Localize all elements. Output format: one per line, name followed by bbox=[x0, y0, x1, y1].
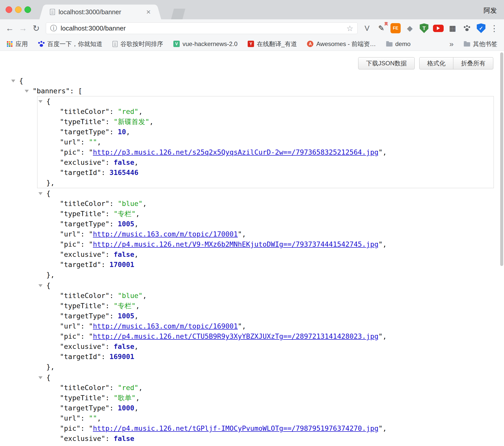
json-value: " bbox=[379, 424, 383, 432]
json-value: { bbox=[46, 97, 50, 105]
json-value: " bbox=[89, 148, 93, 156]
json-value: , bbox=[134, 343, 138, 350]
json-line: "titleColor": "blue", bbox=[37, 291, 494, 301]
json-value: : bbox=[109, 220, 118, 228]
json-value: }, bbox=[46, 363, 55, 371]
minimize-window-button[interactable] bbox=[15, 6, 22, 13]
download-json-button[interactable]: 下载JSON数据 bbox=[358, 57, 415, 69]
json-value: false bbox=[114, 343, 134, 350]
bookmark-item[interactable]: demo bbox=[386, 40, 411, 48]
fe-extension-icon[interactable]: FE bbox=[390, 22, 401, 34]
json-line: { bbox=[37, 96, 494, 107]
json-line: "targetId": 170001 bbox=[37, 260, 494, 270]
bookmark-item[interactable]: 应用 bbox=[7, 40, 28, 48]
json-value: " bbox=[89, 424, 93, 432]
json-url-link[interactable]: http://music.163.com/m/topic/170001 bbox=[93, 230, 238, 238]
json-value: " bbox=[89, 332, 93, 340]
collapse-triangle-icon[interactable] bbox=[38, 192, 43, 195]
qrcode-extension-icon[interactable]: ▦ bbox=[447, 22, 458, 34]
json-value: 1005 bbox=[118, 220, 134, 228]
json-value: , bbox=[242, 230, 246, 238]
json-value: " bbox=[379, 148, 383, 156]
format-button[interactable]: 格式化 bbox=[419, 57, 453, 69]
json-value: }, bbox=[46, 445, 55, 446]
reload-button[interactable]: ↻ bbox=[30, 22, 42, 34]
bookmarks-overflow-chevron[interactable]: » bbox=[449, 40, 454, 48]
other-bookmarks-folder[interactable]: 其他书签 bbox=[464, 40, 497, 48]
json-line: "url": "", bbox=[37, 413, 494, 423]
json-value: "" bbox=[89, 138, 97, 146]
json-value: }, bbox=[46, 179, 55, 187]
json-value: 3165446 bbox=[109, 169, 138, 176]
extension-icons-row: V✎英FE◆T▦✓ bbox=[361, 22, 487, 34]
json-value: : bbox=[101, 261, 110, 269]
paw-extension-icon[interactable] bbox=[461, 22, 473, 34]
collapse-triangle-icon[interactable] bbox=[11, 80, 15, 82]
tampermonkey-extension-icon[interactable]: T bbox=[418, 22, 430, 34]
browser-tab[interactable]: localhost:3000/banner × bbox=[45, 5, 156, 19]
vimium-extension-icon[interactable]: V bbox=[361, 22, 373, 34]
json-value: : bbox=[101, 353, 110, 361]
json-line: "banners": [ bbox=[0, 86, 504, 96]
tab-strip: localhost:3000/banner × 阿发 bbox=[0, 0, 504, 19]
collapse-all-button[interactable]: 折叠所有 bbox=[453, 57, 493, 69]
json-key: "targetType" bbox=[60, 404, 109, 412]
json-url-link[interactable]: http://music.163.com/m/topic/169001 bbox=[93, 322, 238, 330]
tab-close-icon[interactable]: × bbox=[146, 8, 151, 16]
json-url-link[interactable]: http://p3.music.126.net/s25q2x5QyqsAzilC… bbox=[93, 148, 379, 156]
bookmark-item[interactable]: 谷歌按时间排序 bbox=[113, 40, 163, 48]
json-line: "url": "http://music.163.com/m/topic/169… bbox=[37, 321, 494, 331]
chrome-menu-icon[interactable]: ⋮ bbox=[488, 23, 500, 33]
profile-name[interactable]: 阿发 bbox=[484, 6, 497, 15]
security-shield-extension-icon[interactable]: ✓ bbox=[475, 22, 487, 34]
collapse-triangle-icon[interactable] bbox=[38, 100, 43, 103]
scrollbar-thumb[interactable] bbox=[500, 52, 503, 266]
bookmark-item[interactable]: AAwesomes - 前端资… bbox=[307, 40, 376, 48]
json-value: : bbox=[105, 250, 114, 258]
back-button[interactable]: ← bbox=[4, 22, 16, 34]
address-bar[interactable]: ⓘ localhost:3000/banner ☆ bbox=[46, 22, 358, 34]
json-value: : bbox=[80, 138, 89, 146]
bookmark-label: 应用 bbox=[16, 40, 28, 48]
letter-square-icon: Y bbox=[248, 41, 254, 47]
new-tab-button[interactable] bbox=[171, 9, 185, 19]
bookmarks-bar: 应用百度一下，你就知道谷歌按时间排序Vvue-hackernews-2.0Y在线… bbox=[0, 37, 504, 51]
json-value: : bbox=[80, 230, 89, 238]
close-window-button[interactable] bbox=[6, 6, 12, 13]
json-key: "titleColor" bbox=[60, 292, 109, 300]
json-line: "targetType": 1005, bbox=[37, 219, 494, 229]
json-value: : bbox=[109, 404, 118, 412]
json-value: "red" bbox=[118, 108, 138, 115]
bookmark-item[interactable]: Vvue-hackernews-2.0 bbox=[173, 40, 237, 48]
collapse-triangle-icon[interactable] bbox=[38, 376, 43, 379]
bookmark-label: Awesomes - 前端资… bbox=[316, 40, 376, 48]
json-value: " bbox=[379, 332, 383, 340]
site-info-icon[interactable]: ⓘ bbox=[50, 24, 57, 33]
json-key: "typeTitle" bbox=[60, 118, 105, 126]
zoom-window-button[interactable] bbox=[24, 6, 31, 13]
bookmark-item[interactable]: 百度一下，你就知道 bbox=[38, 40, 102, 48]
forward-button[interactable]: → bbox=[17, 22, 29, 34]
youtube-extension-icon[interactable] bbox=[432, 22, 444, 34]
letter-square-icon: V bbox=[173, 41, 180, 47]
translate-pen-extension-icon[interactable]: ✎英 bbox=[375, 22, 387, 34]
gray-extension-icon[interactable]: ◆ bbox=[404, 22, 416, 34]
json-value: : bbox=[109, 128, 118, 136]
json-key: "url" bbox=[60, 414, 80, 422]
bookmark-item[interactable]: Y在线翻译_有道 bbox=[248, 40, 297, 48]
collapse-triangle-icon[interactable] bbox=[38, 284, 43, 287]
json-value: 1005 bbox=[118, 312, 134, 320]
json-line: "targetType": 10, bbox=[37, 127, 494, 137]
json-url-link[interactable]: http://p4.music.126.net/V9-MXz6b2MNhEKju… bbox=[93, 240, 379, 248]
json-key: "targetId" bbox=[60, 353, 101, 361]
bookmark-star-icon[interactable]: ☆ bbox=[346, 24, 353, 33]
json-value: : bbox=[105, 158, 114, 166]
collapse-triangle-icon[interactable] bbox=[25, 90, 29, 93]
json-line: }, bbox=[37, 444, 494, 446]
json-value: : bbox=[101, 169, 110, 176]
json-url-link[interactable]: http://p4.music.126.net/tGPljf-IMOCyPvum… bbox=[93, 424, 379, 432]
json-url-link[interactable]: http://p4.music.126.net/CTU5B9R9y3XyYBZX… bbox=[93, 332, 379, 340]
extension-badge: 英 bbox=[384, 22, 388, 26]
bookmark-label: 谷歌按时间排序 bbox=[120, 40, 163, 48]
json-value: , bbox=[383, 332, 387, 340]
